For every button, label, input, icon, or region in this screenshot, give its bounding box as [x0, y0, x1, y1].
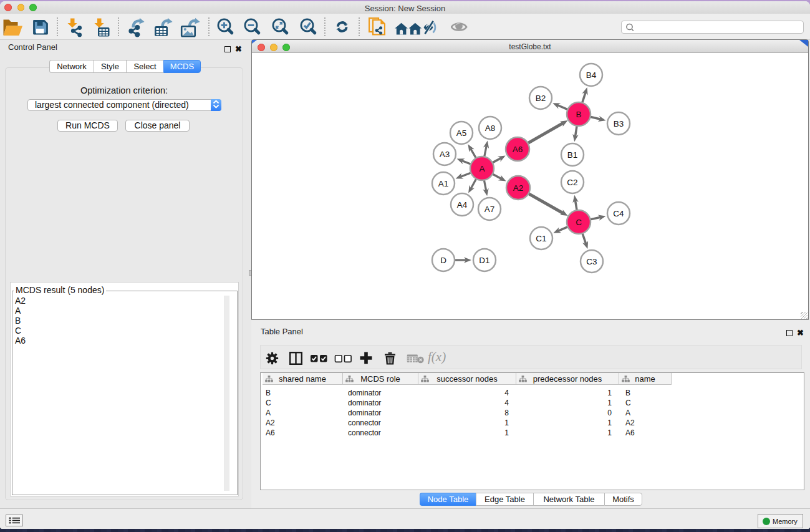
svg-text:A5: A5: [456, 128, 467, 138]
svg-text:B2: B2: [536, 94, 546, 103]
svg-text:D1: D1: [479, 256, 489, 265]
svg-text:B4: B4: [586, 70, 597, 80]
svg-text:A2: A2: [513, 183, 524, 193]
svg-text:C: C: [576, 218, 582, 227]
svg-text:C3: C3: [586, 257, 597, 266]
svg-text:A7: A7: [485, 205, 495, 214]
svg-text:A6: A6: [513, 145, 523, 154]
svg-text:C4: C4: [613, 209, 624, 218]
svg-text:A3: A3: [440, 150, 450, 159]
svg-text:C2: C2: [567, 178, 577, 187]
svg-text:D: D: [440, 256, 446, 265]
svg-text:A8: A8: [485, 123, 496, 133]
svg-text:A4: A4: [457, 200, 468, 210]
svg-text:B3: B3: [614, 119, 624, 128]
svg-text:B1: B1: [567, 150, 578, 160]
svg-text:C1: C1: [536, 234, 546, 243]
svg-text:B: B: [576, 110, 581, 119]
svg-text:A: A: [479, 164, 485, 173]
svg-text:A1: A1: [438, 179, 449, 188]
